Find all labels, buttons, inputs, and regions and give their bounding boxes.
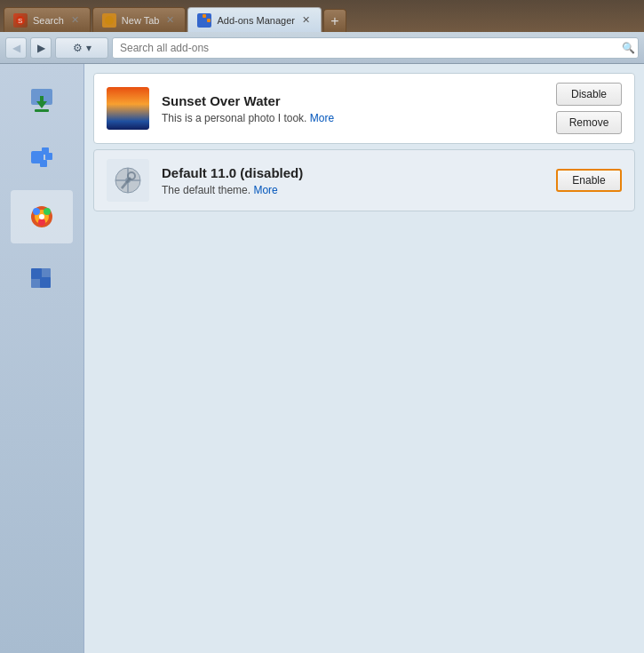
main-layout: Sunset Over Water This is a personal pho… [0, 64, 644, 653]
search-icon[interactable]: 🔍 [622, 42, 635, 54]
addon-icon-sunset [107, 87, 149, 130]
addon-card-default: Default 11.0 (disabled) The default them… [93, 149, 635, 211]
gear-icon: ⚙ [73, 42, 83, 54]
svg-rect-4 [203, 14, 206, 18]
tab-addons-close[interactable]: ✕ [300, 14, 312, 26]
new-tab-button[interactable]: + [323, 9, 346, 32]
tab-search-close[interactable]: ✕ [69, 14, 81, 26]
disable-button-sunset[interactable]: Disable [556, 83, 622, 106]
addon-actions-sunset: Disable Remove [556, 83, 622, 134]
addon-name-default: Default 11.0 (disabled) [162, 165, 544, 180]
tab-newtab-close[interactable]: ✕ [164, 14, 176, 26]
svg-rect-9 [35, 109, 49, 112]
addon-name-sunset: Sunset Over Water [162, 93, 544, 108]
tab-addons[interactable]: Add-ons Manager ✕ [187, 7, 321, 32]
tab-favicon-newtab [102, 13, 116, 28]
addon-desc-default: The default theme. More [162, 184, 544, 196]
svg-rect-23 [40, 277, 51, 288]
plugins-icon [28, 261, 56, 290]
sunset-preview [107, 87, 149, 130]
enable-button-default[interactable]: Enable [556, 169, 622, 192]
addon-icon-default [107, 159, 149, 202]
extensions-icon [28, 144, 56, 172]
default-theme-icon [107, 159, 149, 202]
svg-point-17 [44, 208, 51, 215]
download-icon [28, 85, 56, 114]
svg-point-18 [38, 219, 45, 226]
svg-rect-8 [40, 96, 44, 103]
tab-search[interactable]: S Search ✕ [4, 7, 91, 32]
tab-newtab-label: New Tab [122, 15, 160, 26]
addon-actions-default: Enable [556, 169, 622, 192]
addon-desc-sunset: This is a personal photo I took. More [162, 112, 544, 124]
sidebar-item-get-addons[interactable] [11, 73, 73, 126]
svg-point-16 [33, 208, 40, 215]
svg-point-19 [39, 214, 44, 219]
themes-icon [28, 203, 56, 231]
tab-favicon-search: S [13, 13, 28, 28]
back-button[interactable]: ◀ [5, 37, 27, 59]
gear-dropdown-icon: ▾ [86, 42, 91, 54]
svg-rect-5 [207, 19, 211, 22]
tab-search-label: Search [33, 15, 64, 26]
tab-newtab[interactable]: New Tab ✕ [92, 7, 187, 32]
gear-button[interactable]: ⚙ ▾ [55, 37, 108, 59]
addon-desc-text-sunset: This is a personal photo I took. [162, 112, 306, 124]
forward-button[interactable]: ▶ [30, 37, 52, 59]
sidebar [0, 64, 84, 653]
svg-rect-13 [40, 160, 47, 167]
addon-info-sunset: Sunset Over Water This is a personal pho… [162, 93, 544, 124]
sidebar-item-plugins[interactable] [11, 249, 73, 302]
addon-more-link-default[interactable]: More [253, 184, 277, 196]
search-input[interactable] [112, 37, 639, 59]
addon-more-link-sunset[interactable]: More [310, 112, 334, 124]
tab-addons-label: Add-ons Manager [217, 15, 294, 26]
content-area: Sunset Over Water This is a personal pho… [84, 64, 644, 653]
svg-text:S: S [18, 17, 22, 25]
addon-desc-text-default: The default theme. [162, 184, 250, 196]
tab-favicon-addons [197, 13, 211, 28]
sidebar-item-extensions[interactable] [11, 131, 73, 185]
addon-card-sunset: Sunset Over Water This is a personal pho… [93, 73, 635, 144]
sidebar-item-themes[interactable] [11, 190, 73, 243]
tab-bar: S Search ✕ New Tab ✕ Add-ons Manager [0, 0, 644, 32]
svg-rect-12 [45, 153, 52, 160]
addon-info-default: Default 11.0 (disabled) The default them… [162, 165, 544, 196]
nav-bar: ◀ ▶ ⚙ ▾ 🔍 [0, 32, 644, 64]
remove-button-sunset[interactable]: Remove [556, 111, 622, 134]
browser-chrome: S Search ✕ New Tab ✕ Add-ons Manager [0, 0, 644, 64]
search-wrapper: 🔍 [112, 37, 639, 59]
svg-point-2 [105, 16, 114, 25]
